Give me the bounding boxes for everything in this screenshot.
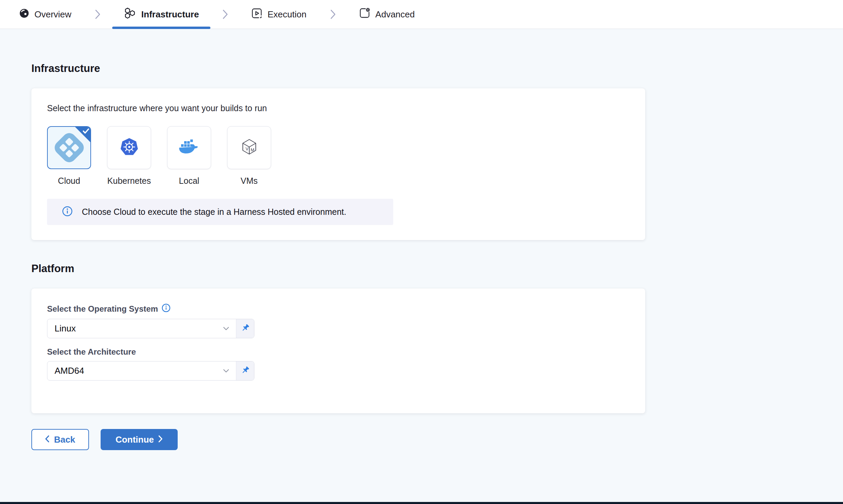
pin-icon [241,366,250,376]
svg-text:V: V [246,146,249,151]
os-field-label: Select the Operating System [47,303,630,314]
tab-label: Infrastructure [141,9,199,20]
arch-select-value: AMD64 [55,366,84,376]
infrastructure-icon [124,7,136,22]
arch-pin-button[interactable] [236,361,254,380]
infrastructure-options: Cloud Kube [47,126,630,186]
continue-button-label: Continue [116,434,154,445]
advanced-icon [359,8,370,21]
os-select-value: Linux [55,323,76,334]
execution-icon [251,8,262,21]
os-pin-button[interactable] [236,319,254,338]
vms-tile[interactable]: V M [227,126,271,169]
back-button[interactable]: Back [31,429,89,450]
chevron-down-icon [223,368,229,374]
info-circle-icon [62,206,73,218]
chevron-down-icon [223,326,229,332]
tab-advanced[interactable]: Advanced [347,0,427,29]
platform-card: Select the Operating System Linux [31,288,645,413]
option-label: Local [179,176,199,186]
svg-text:M: M [251,147,254,152]
tab-overview[interactable]: Overview [7,0,84,29]
stage-wizard-tab-bar: Overview Infrastructure Execution [0,0,843,29]
kubernetes-icon [119,137,139,158]
hosted-info-banner: Choose Cloud to execute the stage in a H… [47,199,393,225]
infrastructure-heading: Infrastructure [31,62,843,75]
tab-label: Advanced [375,9,415,20]
os-label-text: Select the Operating System [47,304,158,314]
tab-infrastructure[interactable]: Infrastructure [112,0,211,29]
harness-cloud-icon [52,130,87,165]
overview-icon [19,8,29,21]
docker-icon [178,139,200,157]
arch-select-group: AMD64 [47,361,254,381]
platform-heading: Platform [31,263,843,275]
arch-select[interactable]: AMD64 [47,361,236,380]
chevron-right-icon [330,9,336,19]
kubernetes-tile[interactable] [107,126,151,169]
infrastructure-card: Select the infrastructure where you want… [31,88,645,240]
option-label: Kubernetes [107,176,151,186]
stage-config-content: Infrastructure Select the infrastructure… [0,29,843,450]
chevron-right-icon [222,9,228,19]
cloud-tile[interactable] [47,126,91,169]
vm-cube-icon: V M [239,137,259,158]
os-select[interactable]: Linux [47,319,236,338]
back-button-label: Back [54,434,75,445]
continue-button[interactable]: Continue [101,429,178,450]
chevron-left-icon [45,434,49,445]
chevron-right-icon [158,434,163,445]
arch-field-label: Select the Architecture [47,347,630,357]
tab-label: Overview [34,9,71,20]
tab-label: Execution [267,9,306,20]
option-label: Cloud [58,176,80,186]
info-circle-icon[interactable] [162,303,171,314]
option-label: VMs [241,176,258,186]
os-select-group: Linux [47,319,254,338]
hosted-info-text: Choose Cloud to execute the stage in a H… [82,207,346,217]
local-tile[interactable] [167,126,211,169]
option-cloud: Cloud [47,126,91,186]
pin-icon [241,323,250,334]
bottom-edge-bar [0,502,843,504]
arch-label-text: Select the Architecture [47,347,136,357]
infrastructure-prompt: Select the infrastructure where you want… [47,103,630,113]
wizard-footer-buttons: Back Continue [31,429,843,450]
option-vms: V M VMs [227,126,271,186]
chevron-right-icon [94,9,101,19]
option-kubernetes: Kubernetes [107,126,151,186]
tab-execution[interactable]: Execution [239,0,319,29]
option-local: Local [167,126,211,186]
